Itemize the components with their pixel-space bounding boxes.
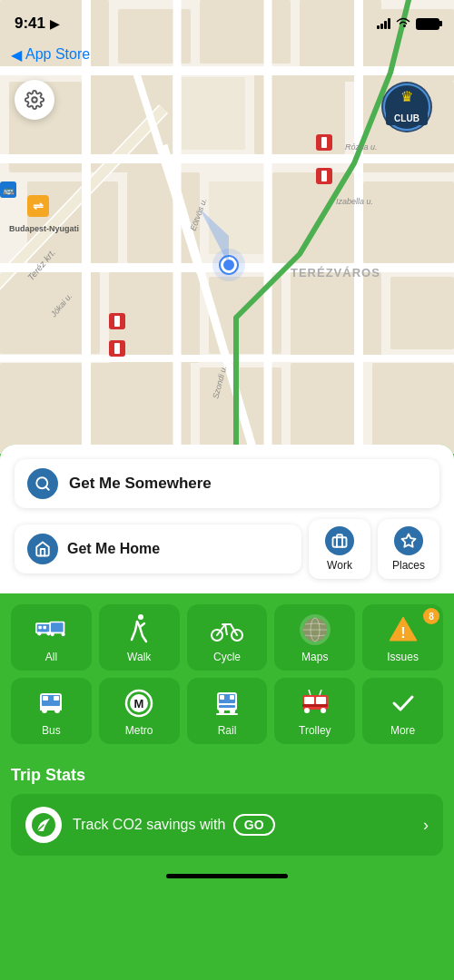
- cycle-button[interactable]: Cycle: [187, 604, 268, 671]
- places-button[interactable]: Places: [378, 519, 439, 579]
- svg-rect-38: [321, 137, 327, 148]
- status-bar: 9:41 ▶: [0, 0, 454, 40]
- metro-button[interactable]: M Metro: [99, 678, 180, 744]
- home-icon: [35, 541, 51, 557]
- gps-arrow: ▶: [50, 17, 59, 31]
- battery-icon: [416, 18, 439, 30]
- co2-icon: [25, 807, 62, 843]
- rail-button[interactable]: Rail: [187, 678, 268, 744]
- home-indicator: [166, 874, 288, 878]
- issues-warning-icon: !: [388, 615, 419, 644]
- svg-rect-42: [114, 316, 120, 327]
- maps-button[interactable]: Maps: [274, 604, 355, 671]
- search-container: Get Me Somewhere Get Me Home: [0, 445, 454, 593]
- more-icon: [387, 687, 419, 720]
- svg-point-71: [38, 632, 42, 635]
- svg-rect-20: [390, 277, 454, 349]
- svg-rect-40: [321, 171, 327, 181]
- walk-transport-icon: [128, 614, 150, 645]
- more-checkmark-icon: [390, 691, 416, 716]
- more-label: More: [390, 724, 415, 737]
- work-button[interactable]: Work: [309, 519, 370, 579]
- metro-label: Metro: [125, 724, 153, 737]
- svg-text:M: M: [134, 697, 144, 710]
- cycle-icon: [211, 613, 243, 646]
- bus-transport-icon: [37, 690, 64, 717]
- metro-icon: M: [123, 687, 155, 720]
- rail-icon: [211, 687, 243, 720]
- app-store-bar: ◀ App Store: [0, 40, 454, 69]
- svg-point-77: [138, 614, 143, 620]
- get-home-button[interactable]: Get Me Home: [15, 524, 301, 573]
- transport-row-2: Bus M Metro: [11, 678, 443, 744]
- walk-button[interactable]: Walk: [99, 604, 180, 671]
- svg-rect-24: [291, 363, 363, 454]
- maps-label: Maps: [301, 651, 328, 663]
- all-transport-icon: [35, 619, 66, 641]
- transport-row-1: All Walk: [11, 604, 443, 671]
- maps-icon: [299, 613, 331, 646]
- issues-badge: 8: [423, 608, 439, 624]
- svg-text:Rózsa u.: Rózsa u.: [345, 142, 378, 152]
- svg-point-76: [62, 632, 65, 636]
- svg-text:!: !: [400, 625, 405, 641]
- home-icon-circle: [27, 534, 58, 564]
- svg-rect-104: [304, 697, 314, 704]
- svg-point-62: [32, 97, 37, 103]
- svg-text:CLUB: CLUB: [394, 113, 419, 123]
- svg-rect-91: [40, 708, 62, 710]
- cycle-label: Cycle: [213, 651, 241, 663]
- svg-rect-15: [363, 181, 454, 263]
- places-label: Places: [392, 559, 425, 572]
- svg-rect-88: [54, 696, 59, 701]
- work-icon-circle: [325, 526, 354, 555]
- app-store-label[interactable]: App Store: [25, 46, 90, 63]
- rail-transport-icon: [213, 690, 241, 717]
- more-button[interactable]: More: [362, 678, 443, 744]
- cycle-transport-icon: [211, 617, 243, 642]
- back-arrow[interactable]: ◀: [11, 46, 22, 64]
- svg-rect-105: [316, 697, 326, 704]
- bottom-sheet: Get Me Somewhere Get Me Home: [0, 445, 454, 980]
- svg-rect-74: [51, 622, 64, 632]
- time-display: 9:41: [15, 15, 45, 33]
- svg-point-75: [51, 632, 54, 636]
- svg-rect-21: [0, 363, 82, 454]
- svg-rect-11: [27, 181, 118, 263]
- status-time: 9:41 ▶: [15, 15, 59, 33]
- search-icon-circle: [27, 468, 58, 499]
- walk-label: Walk: [127, 651, 151, 663]
- svg-rect-25: [372, 363, 454, 454]
- trolley-button[interactable]: Trolley: [274, 678, 355, 744]
- quick-actions-row: Get Me Home Work Places: [15, 519, 439, 579]
- all-transport-button[interactable]: All: [11, 604, 92, 671]
- co2-chevron-right: ›: [423, 816, 429, 835]
- svg-line-64: [45, 486, 48, 489]
- svg-text:TERÉZVÁROS: TERÉZVÁROS: [291, 266, 380, 279]
- rail-label: Rail: [218, 724, 237, 737]
- svg-line-110: [320, 690, 321, 695]
- maps-globe-icon: [301, 616, 329, 643]
- wifi-icon: [396, 16, 410, 31]
- star-icon: [400, 533, 417, 549]
- issues-button[interactable]: ! Issues 8: [362, 604, 443, 671]
- svg-rect-13: [209, 181, 263, 254]
- all-label: All: [45, 651, 57, 663]
- svg-rect-44: [114, 343, 120, 354]
- svg-rect-106: [302, 704, 328, 707]
- co2-card[interactable]: Track CO2 savings with GO ›: [11, 794, 443, 856]
- all-icon: [35, 613, 67, 646]
- svg-text:⇌: ⇌: [33, 199, 44, 213]
- bus-label: Bus: [42, 724, 61, 737]
- trolley-transport-icon: [300, 690, 331, 717]
- metro-transport-icon: M: [124, 689, 153, 718]
- settings-button[interactable]: [15, 80, 54, 120]
- go-badge: GO: [233, 814, 275, 836]
- trip-stats-title: Trip Stats: [11, 766, 443, 785]
- bus-button[interactable]: Bus: [11, 678, 92, 744]
- svg-point-107: [304, 708, 310, 713]
- svg-rect-99: [219, 705, 235, 708]
- trip-stats-section: Trip Stats Track CO2 savings with GO ›: [0, 759, 454, 867]
- status-right: [377, 16, 439, 31]
- search-bar[interactable]: Get Me Somewhere: [15, 459, 439, 508]
